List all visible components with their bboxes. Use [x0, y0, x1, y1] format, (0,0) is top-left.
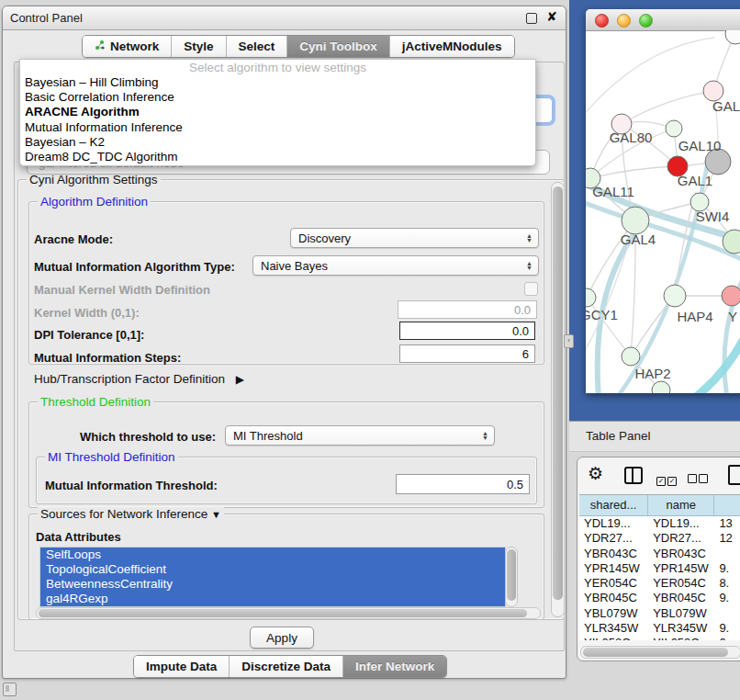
export-table-icon[interactable] [728, 465, 740, 485]
float-window-icon[interactable] [526, 13, 537, 24]
column-chooser-icon[interactable] [624, 467, 643, 484]
popup-item[interactable]: Bayesian – K2 [20, 135, 535, 150]
dpi-tolerance-field[interactable]: 0.0 [399, 322, 535, 340]
popup-item[interactable]: Basic Correlation Inference [20, 90, 535, 105]
node-gcy1[interactable] [586, 288, 596, 307]
zoom-traffic-light[interactable] [639, 14, 653, 28]
popup-item[interactable]: Dream8 DC_TDC Algorithm [20, 150, 535, 164]
group-title: Threshold Definition [38, 395, 153, 409]
settings-scrollbar[interactable] [551, 182, 565, 617]
table-cell: YBR045C [648, 591, 714, 605]
table-row[interactable]: YDR27...YDR27...12 [579, 531, 740, 546]
node-label: HAP4 [677, 309, 712, 324]
sources-title[interactable]: Sources for Network Inference ▼ [38, 507, 224, 521]
sources-hscrollbar[interactable] [36, 607, 541, 619]
table-cell: YER054C [579, 576, 648, 591]
settings-scrollbar-thumb[interactable] [553, 186, 563, 600]
network-canvas-container: GALGAL80GAL10GAL1GAL11SWI4GAL4GCY1HAP4YH… [586, 30, 740, 393]
close-traffic-light[interactable] [595, 14, 609, 28]
table-cell: YBR043C [579, 547, 648, 561]
attribute-item[interactable]: gal4RGexp [40, 592, 505, 606]
table-cell [714, 606, 740, 621]
popup-item[interactable]: Bayesian – Hill Climbing [20, 75, 535, 90]
column-header[interactable]: name [648, 495, 714, 515]
panel-dock-icon[interactable] [3, 683, 17, 696]
tab-network[interactable]: Network [83, 36, 172, 57]
table-cell: YBR043C [648, 547, 714, 561]
attribute-list-scrollbar[interactable] [505, 547, 518, 607]
tab-jactivemnodules[interactable]: jActiveMNodules [390, 36, 514, 57]
hub-section-toggle[interactable]: Hub/Transcription Factor Definition ▶ [34, 372, 244, 386]
tab-discretize-data[interactable]: Discretize Data [230, 656, 343, 677]
table-row[interactable]: YDL19...YDL19...13 [579, 516, 740, 531]
table-cell: YBL079W [579, 606, 648, 621]
table-header-row: shared... name [579, 495, 740, 516]
node-unlabeled-top[interactable] [725, 30, 740, 44]
table-cell: 12 [714, 531, 740, 546]
gear-icon[interactable]: ⚙ [588, 463, 603, 484]
column-header[interactable] [714, 495, 740, 515]
manual-kernel-checkbox[interactable] [524, 282, 538, 296]
combo-arrows-icon: ▲▼ [482, 431, 488, 440]
attribute-list-scrollbar-thumb[interactable] [507, 549, 516, 601]
table-row[interactable]: YLR345WYLR345W9. [579, 621, 740, 636]
table-hscrollbar[interactable] [580, 646, 740, 659]
tab-style[interactable]: Style [172, 36, 226, 57]
table-row[interactable]: YPR145WYPR145W9. [579, 561, 740, 576]
mi-threshold-field[interactable]: 0.5 [396, 474, 530, 494]
table-row[interactable]: YBL079WYBL079W [579, 606, 740, 621]
aracne-mode-combo[interactable]: Discovery ▲▼ [290, 228, 539, 248]
node-label: GAL11 [592, 184, 634, 199]
mi-algorithm-type-combo[interactable]: Naive Bayes ▲▼ [252, 255, 539, 276]
mi-algorithm-type-label: Mutual Information Algorithm Type: [34, 260, 235, 274]
network-edge[interactable] [692, 339, 740, 393]
control-panel-titlebar[interactable]: Control Panel ✘ [3, 6, 566, 30]
table-hscrollbar-thumb[interactable] [583, 648, 728, 657]
network-canvas[interactable]: GALGAL80GAL10GAL1GAL11SWI4GAL4GCY1HAP4YH… [586, 30, 740, 393]
tab-select[interactable]: Select [227, 36, 288, 57]
node-salmon[interactable] [722, 286, 740, 306]
table-panel-title: Table Panel [586, 429, 651, 443]
table-row[interactable]: YBR043CYBR043C [579, 547, 740, 561]
select-all-icon[interactable]: ✓✓ [656, 470, 677, 487]
kernel-width-field[interactable]: 0.0 [398, 300, 537, 319]
column-header[interactable]: shared... [579, 495, 648, 515]
network-edge[interactable] [586, 38, 714, 118]
close-icon[interactable]: ✘ [546, 9, 557, 24]
panel-splitter-handle[interactable]: ‹ [564, 334, 574, 348]
node-gal4[interactable] [622, 207, 649, 234]
attribute-item[interactable]: BetweennessCentrality [40, 577, 505, 592]
table-cell: YER054C [648, 576, 714, 591]
network-window-titlebar[interactable] [586, 9, 740, 31]
table-body: YDL19...YDL19...13YDR27...YDR27...12YBR0… [579, 516, 740, 640]
network-edge[interactable] [622, 91, 713, 124]
mi-steps-field[interactable]: 6 [399, 344, 535, 363]
popup-item[interactable]: Mutual Information Inference [20, 120, 535, 135]
node-gal10[interactable] [666, 120, 682, 137]
attribute-item[interactable]: SelfLoops [40, 548, 505, 562]
group-title: Algorithm Definition [38, 195, 151, 209]
network-edge[interactable] [590, 166, 678, 178]
minimize-traffic-light[interactable] [617, 14, 631, 28]
deselect-all-icon[interactable] [688, 470, 708, 487]
node-hap4[interactable] [664, 285, 686, 307]
group-title: MI Threshold Definition [45, 450, 178, 464]
tab-infer-network[interactable]: Infer Network [343, 656, 446, 677]
popup-item-selected[interactable]: ARACNE Algorithm [20, 105, 535, 119]
tab-cyni-toolbox[interactable]: Cyni Toolbox [287, 36, 390, 57]
table-row[interactable]: YBR045CYBR045C9. [579, 591, 740, 605]
aracne-mode-label: Aracne Mode: [34, 232, 113, 246]
collapsed-arrow-icon: ▶ [236, 373, 244, 386]
sources-hscrollbar-thumb[interactable] [39, 609, 527, 617]
apply-button[interactable]: Apply [250, 627, 314, 649]
which-threshold-label: Which threshold to use: [80, 430, 216, 444]
table-row[interactable]: YIL052CYIL052C0. [579, 636, 740, 640]
control-panel-title: Control Panel [10, 11, 83, 25]
table-cell: YPR145W [648, 561, 714, 576]
table-row[interactable]: YER054CYER054C8. [579, 576, 740, 591]
which-threshold-combo[interactable]: MI Threshold ▲▼ [225, 425, 495, 446]
tab-impute-data[interactable]: Impute Data [134, 656, 230, 677]
node-hap2[interactable] [622, 347, 640, 366]
attribute-item[interactable]: TopologicalCoefficient [40, 562, 505, 577]
node-label: SWI4 [696, 209, 730, 224]
